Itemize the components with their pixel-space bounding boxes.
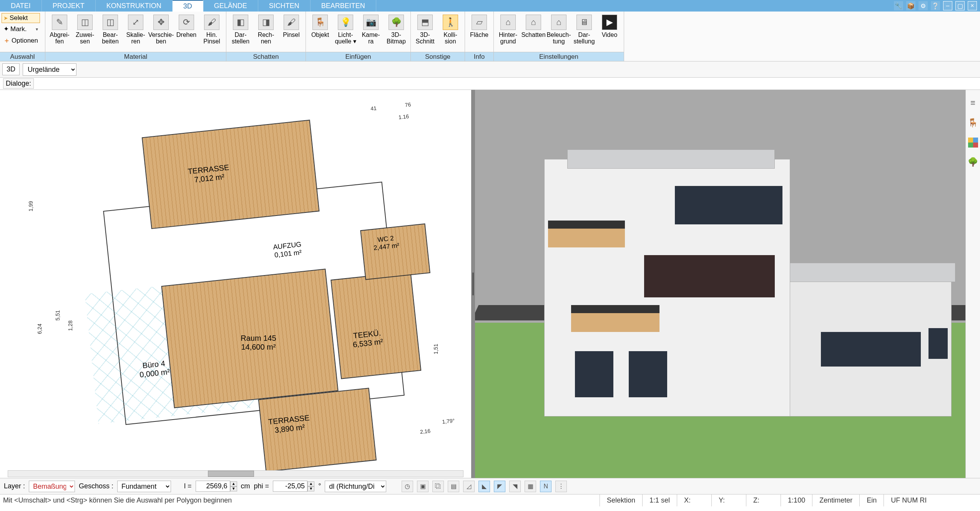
dim-10: 1.16 bbox=[398, 113, 409, 121]
tree-icon[interactable]: 🌳 bbox=[968, 157, 978, 168]
tool-snap2-icon[interactable]: ◤ bbox=[494, 481, 505, 492]
material-abgreifen-button[interactable]: ✎Abgrei- fen bbox=[48, 13, 71, 45]
maximize-button[interactable]: ▢ bbox=[955, 1, 965, 10]
view-2d-hscrollbar[interactable] bbox=[8, 470, 463, 477]
room-raum145-label: Raum 145 14,600 m² bbox=[241, 334, 276, 352]
tool-snap3-icon[interactable]: ◥ bbox=[509, 481, 521, 492]
close-button[interactable]: × bbox=[968, 1, 977, 10]
tool-more-icon[interactable]: ⋮ bbox=[555, 481, 567, 492]
material-zuweisen-button[interactable]: ◫Zuwei- sen bbox=[73, 13, 97, 45]
dim-9: 76 bbox=[405, 101, 411, 108]
tool-screen-icon[interactable]: ▣ bbox=[417, 481, 429, 492]
room-wc2-label: WC 2 2,447 m² bbox=[372, 234, 400, 252]
geschoss-select[interactable]: Fundament bbox=[117, 481, 171, 492]
phi-down[interactable]: ▼ bbox=[307, 486, 314, 491]
menu-tab-datei[interactable]: DATEI bbox=[0, 0, 42, 12]
floorplan-canvas[interactable]: TERRASSE 7,012 m² Büro 4 0,000 m² Raum 1… bbox=[0, 90, 471, 478]
ribbon-group-sonstige: ⬒3D- Schnitt 🚶Kolli- sion Sonstige bbox=[411, 12, 465, 61]
help-icon[interactable]: ❔ bbox=[931, 1, 940, 10]
einst-hintergrund-button[interactable]: ⌂Hinter- grund bbox=[496, 13, 520, 45]
tool-layers-icon[interactable]: ▤ bbox=[448, 481, 459, 492]
layer-select[interactable]: Bemaßung bbox=[29, 481, 75, 492]
dim-8: 41 bbox=[370, 105, 377, 112]
window-controls: 🔧 📦 ⚙ ❔ – ▢ × bbox=[894, 0, 980, 12]
insert-lichtquelle-button[interactable]: 💡Licht- quelle ▾ bbox=[334, 13, 357, 45]
minimize-button[interactable]: – bbox=[943, 1, 952, 10]
schatten-darstellen-button[interactable]: ◧Dar- stellen bbox=[229, 13, 252, 45]
furniture-icon[interactable]: 🪑 bbox=[968, 118, 978, 128]
einst-video-button[interactable]: ▶Video bbox=[598, 13, 621, 38]
context-bar: 3D Urgelände bbox=[0, 61, 980, 78]
dim-6: 2,16 bbox=[420, 428, 431, 435]
view-splitter[interactable] bbox=[471, 90, 475, 478]
options-button[interactable]: ＋Optionen bbox=[2, 35, 40, 46]
tool-icon[interactable]: 🔧 bbox=[894, 1, 903, 10]
ribbon-group-schatten: ◧Dar- stellen ◨Rech- nen 🖌Pinsel Schatte… bbox=[226, 12, 306, 61]
view-mode-pill[interactable]: 3D bbox=[2, 63, 20, 75]
dim-5: 1,51 bbox=[433, 344, 439, 354]
length-down[interactable]: ▼ bbox=[230, 486, 237, 491]
info-flaeche-button[interactable]: ▱Fläche bbox=[467, 13, 491, 38]
einst-darstellung-button[interactable]: 🖥Dar- stellung bbox=[572, 13, 596, 45]
tool-grid-icon[interactable]: ▦ bbox=[525, 481, 536, 492]
mark-mode-button[interactable]: ✦Mark.▾ bbox=[2, 24, 40, 34]
hscroll-thumb[interactable] bbox=[208, 471, 254, 477]
layer-label: Layer : bbox=[4, 482, 25, 490]
length-up[interactable]: ▲ bbox=[230, 481, 237, 486]
menu-tab-sichten[interactable]: SICHTEN bbox=[258, 0, 311, 12]
tool-clock-icon[interactable]: ◷ bbox=[402, 481, 413, 492]
menu-tab-konstruktion[interactable]: KONSTRUKTION bbox=[96, 0, 173, 12]
insert-kamera-button[interactable]: 📷Kame- ra bbox=[359, 13, 383, 45]
dim-4: 1,28 bbox=[67, 320, 73, 331]
menu-tab-projekt[interactable]: PROJEKT bbox=[42, 0, 96, 12]
menu-tab-gelaende[interactable]: GELÄNDE bbox=[203, 0, 258, 12]
balcony-mid bbox=[571, 305, 659, 332]
room-terrasse-1[interactable] bbox=[142, 119, 320, 229]
material-drehen-button[interactable]: ⟳Drehen bbox=[174, 13, 198, 38]
length-input[interactable] bbox=[196, 481, 230, 492]
tool-snap1-icon[interactable]: ◣ bbox=[478, 481, 490, 492]
sonstige-3dschnitt-button[interactable]: ⬒3D- Schnitt bbox=[413, 13, 437, 45]
dim-1: 1,99 bbox=[28, 201, 34, 211]
materials-icon[interactable] bbox=[968, 138, 978, 148]
layer-select-top[interactable]: Urgelände bbox=[23, 63, 76, 76]
ribbon-caption-auswahl: Auswahl bbox=[0, 52, 45, 61]
phi-input[interactable] bbox=[273, 481, 307, 492]
ribbon-group-material: ✎Abgrei- fen ◫Zuwei- sen ◫Bear- beiten ⤢… bbox=[45, 12, 226, 61]
tool-angle-icon[interactable]: ◿ bbox=[463, 481, 475, 492]
view-3d[interactable] bbox=[475, 90, 965, 478]
einst-beleuchtung-button[interactable]: ⌂Beleuch- tung bbox=[547, 13, 571, 45]
select-mode-button[interactable]: ➤Selekt bbox=[2, 13, 40, 23]
material-bearbeiten-button[interactable]: ◫Bear- beiten bbox=[98, 13, 122, 45]
sonstige-kollision-button[interactable]: 🚶Kolli- sion bbox=[439, 13, 462, 45]
schatten-rechnen-button[interactable]: ◨Rech- nen bbox=[254, 13, 278, 45]
schatten-pinsel-button[interactable]: 🖌Pinsel bbox=[279, 13, 303, 38]
tool-north-icon[interactable]: N bbox=[540, 481, 551, 492]
ribbon-group-info: ▱Fläche Info bbox=[465, 12, 494, 61]
layers-icon[interactable]: ≡ bbox=[968, 98, 978, 108]
status-mode: Selektion bbox=[600, 494, 642, 506]
phi-up[interactable]: ▲ bbox=[307, 481, 314, 486]
balcony-top bbox=[548, 221, 625, 247]
menu-bar: DATEI PROJEKT KONSTRUKTION 3D GELÄNDE SI… bbox=[0, 0, 980, 12]
ribbon-caption-sonstige: Sonstige bbox=[411, 52, 465, 61]
material-verschieben-button[interactable]: ✥Verschie- ben bbox=[149, 13, 173, 45]
ribbon-caption-info: Info bbox=[465, 52, 493, 61]
insert-3dbitmap-button[interactable]: 🌳3D- Bitmap bbox=[384, 13, 408, 45]
room-wc2[interactable] bbox=[360, 224, 430, 280]
windows-low-1 bbox=[575, 351, 613, 397]
room-teekue[interactable] bbox=[331, 271, 421, 379]
einst-schatten-button[interactable]: ⌂Schatten bbox=[522, 13, 545, 38]
room-teekue-label: TEEKÜ. 6,533 m² bbox=[352, 328, 384, 349]
material-skalieren-button[interactable]: ⤢Skalie- ren bbox=[124, 13, 148, 45]
insert-objekt-button[interactable]: 🪑Objekt bbox=[308, 13, 332, 38]
tool-copy-icon[interactable]: ⿻ bbox=[432, 481, 444, 492]
menu-tab-bearbeiten[interactable]: BEARBEITEN bbox=[311, 0, 376, 12]
material-pinsel-button[interactable]: 🖌Hin. Pinsel bbox=[200, 13, 224, 45]
menu-tab-3d[interactable]: 3D bbox=[173, 0, 203, 12]
length-unit: cm bbox=[241, 482, 250, 490]
direction-select[interactable]: dl (Richtung/Di bbox=[325, 481, 386, 492]
box-icon[interactable]: 📦 bbox=[906, 1, 915, 10]
gear-icon[interactable]: ⚙ bbox=[919, 1, 928, 10]
view-2d[interactable]: TERRASSE 7,012 m² Büro 4 0,000 m² Raum 1… bbox=[0, 90, 471, 478]
